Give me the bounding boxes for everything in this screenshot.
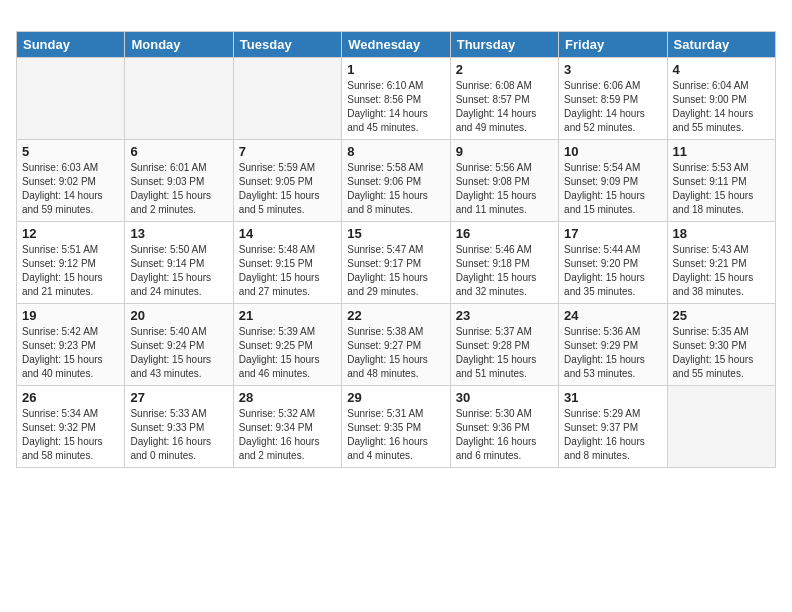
- calendar: SundayMondayTuesdayWednesdayThursdayFrid…: [16, 31, 776, 468]
- day-cell: 13Sunrise: 5:50 AM Sunset: 9:14 PM Dayli…: [125, 222, 233, 304]
- day-detail: Sunrise: 5:54 AM Sunset: 9:09 PM Dayligh…: [564, 161, 661, 217]
- day-cell: 18Sunrise: 5:43 AM Sunset: 9:21 PM Dayli…: [667, 222, 775, 304]
- day-number: 26: [22, 390, 119, 405]
- day-cell: 27Sunrise: 5:33 AM Sunset: 9:33 PM Dayli…: [125, 386, 233, 468]
- day-number: 4: [673, 62, 770, 77]
- day-cell: [125, 58, 233, 140]
- day-cell: 17Sunrise: 5:44 AM Sunset: 9:20 PM Dayli…: [559, 222, 667, 304]
- day-cell: 14Sunrise: 5:48 AM Sunset: 9:15 PM Dayli…: [233, 222, 341, 304]
- day-cell: [667, 386, 775, 468]
- day-number: 23: [456, 308, 553, 323]
- day-cell: 24Sunrise: 5:36 AM Sunset: 9:29 PM Dayli…: [559, 304, 667, 386]
- day-cell: 5Sunrise: 6:03 AM Sunset: 9:02 PM Daylig…: [17, 140, 125, 222]
- day-detail: Sunrise: 5:58 AM Sunset: 9:06 PM Dayligh…: [347, 161, 444, 217]
- page-header: [16, 16, 776, 21]
- day-cell: 25Sunrise: 5:35 AM Sunset: 9:30 PM Dayli…: [667, 304, 775, 386]
- day-number: 11: [673, 144, 770, 159]
- day-cell: 2Sunrise: 6:08 AM Sunset: 8:57 PM Daylig…: [450, 58, 558, 140]
- weekday-header-sunday: Sunday: [17, 32, 125, 58]
- day-detail: Sunrise: 5:35 AM Sunset: 9:30 PM Dayligh…: [673, 325, 770, 381]
- day-cell: [17, 58, 125, 140]
- day-detail: Sunrise: 5:42 AM Sunset: 9:23 PM Dayligh…: [22, 325, 119, 381]
- day-cell: 6Sunrise: 6:01 AM Sunset: 9:03 PM Daylig…: [125, 140, 233, 222]
- day-detail: Sunrise: 5:53 AM Sunset: 9:11 PM Dayligh…: [673, 161, 770, 217]
- day-number: 8: [347, 144, 444, 159]
- day-detail: Sunrise: 5:39 AM Sunset: 9:25 PM Dayligh…: [239, 325, 336, 381]
- day-cell: 23Sunrise: 5:37 AM Sunset: 9:28 PM Dayli…: [450, 304, 558, 386]
- day-number: 31: [564, 390, 661, 405]
- week-row-1: 1Sunrise: 6:10 AM Sunset: 8:56 PM Daylig…: [17, 58, 776, 140]
- day-number: 28: [239, 390, 336, 405]
- day-cell: 26Sunrise: 5:34 AM Sunset: 9:32 PM Dayli…: [17, 386, 125, 468]
- day-number: 7: [239, 144, 336, 159]
- day-cell: [233, 58, 341, 140]
- day-cell: 29Sunrise: 5:31 AM Sunset: 9:35 PM Dayli…: [342, 386, 450, 468]
- day-number: 30: [456, 390, 553, 405]
- day-detail: Sunrise: 5:56 AM Sunset: 9:08 PM Dayligh…: [456, 161, 553, 217]
- day-detail: Sunrise: 5:46 AM Sunset: 9:18 PM Dayligh…: [456, 243, 553, 299]
- day-number: 24: [564, 308, 661, 323]
- day-number: 5: [22, 144, 119, 159]
- day-number: 16: [456, 226, 553, 241]
- weekday-header-friday: Friday: [559, 32, 667, 58]
- weekday-header-tuesday: Tuesday: [233, 32, 341, 58]
- day-number: 13: [130, 226, 227, 241]
- day-number: 20: [130, 308, 227, 323]
- day-detail: Sunrise: 5:59 AM Sunset: 9:05 PM Dayligh…: [239, 161, 336, 217]
- day-detail: Sunrise: 5:33 AM Sunset: 9:33 PM Dayligh…: [130, 407, 227, 463]
- day-number: 17: [564, 226, 661, 241]
- day-detail: Sunrise: 6:04 AM Sunset: 9:00 PM Dayligh…: [673, 79, 770, 135]
- day-detail: Sunrise: 5:48 AM Sunset: 9:15 PM Dayligh…: [239, 243, 336, 299]
- day-number: 18: [673, 226, 770, 241]
- day-number: 21: [239, 308, 336, 323]
- day-detail: Sunrise: 5:47 AM Sunset: 9:17 PM Dayligh…: [347, 243, 444, 299]
- day-detail: Sunrise: 5:37 AM Sunset: 9:28 PM Dayligh…: [456, 325, 553, 381]
- week-row-4: 19Sunrise: 5:42 AM Sunset: 9:23 PM Dayli…: [17, 304, 776, 386]
- day-detail: Sunrise: 5:50 AM Sunset: 9:14 PM Dayligh…: [130, 243, 227, 299]
- day-detail: Sunrise: 6:03 AM Sunset: 9:02 PM Dayligh…: [22, 161, 119, 217]
- day-cell: 9Sunrise: 5:56 AM Sunset: 9:08 PM Daylig…: [450, 140, 558, 222]
- day-cell: 11Sunrise: 5:53 AM Sunset: 9:11 PM Dayli…: [667, 140, 775, 222]
- day-cell: 7Sunrise: 5:59 AM Sunset: 9:05 PM Daylig…: [233, 140, 341, 222]
- day-number: 22: [347, 308, 444, 323]
- day-number: 25: [673, 308, 770, 323]
- day-cell: 20Sunrise: 5:40 AM Sunset: 9:24 PM Dayli…: [125, 304, 233, 386]
- day-cell: 30Sunrise: 5:30 AM Sunset: 9:36 PM Dayli…: [450, 386, 558, 468]
- day-number: 6: [130, 144, 227, 159]
- day-detail: Sunrise: 5:43 AM Sunset: 9:21 PM Dayligh…: [673, 243, 770, 299]
- weekday-header-thursday: Thursday: [450, 32, 558, 58]
- day-number: 1: [347, 62, 444, 77]
- day-number: 9: [456, 144, 553, 159]
- day-cell: 19Sunrise: 5:42 AM Sunset: 9:23 PM Dayli…: [17, 304, 125, 386]
- day-detail: Sunrise: 5:29 AM Sunset: 9:37 PM Dayligh…: [564, 407, 661, 463]
- weekday-header-saturday: Saturday: [667, 32, 775, 58]
- day-detail: Sunrise: 5:30 AM Sunset: 9:36 PM Dayligh…: [456, 407, 553, 463]
- day-number: 12: [22, 226, 119, 241]
- day-detail: Sunrise: 5:40 AM Sunset: 9:24 PM Dayligh…: [130, 325, 227, 381]
- day-detail: Sunrise: 5:44 AM Sunset: 9:20 PM Dayligh…: [564, 243, 661, 299]
- day-detail: Sunrise: 5:31 AM Sunset: 9:35 PM Dayligh…: [347, 407, 444, 463]
- day-cell: 22Sunrise: 5:38 AM Sunset: 9:27 PM Dayli…: [342, 304, 450, 386]
- day-cell: 12Sunrise: 5:51 AM Sunset: 9:12 PM Dayli…: [17, 222, 125, 304]
- day-detail: Sunrise: 5:34 AM Sunset: 9:32 PM Dayligh…: [22, 407, 119, 463]
- day-number: 2: [456, 62, 553, 77]
- day-number: 29: [347, 390, 444, 405]
- weekday-header-wednesday: Wednesday: [342, 32, 450, 58]
- day-cell: 4Sunrise: 6:04 AM Sunset: 9:00 PM Daylig…: [667, 58, 775, 140]
- day-number: 19: [22, 308, 119, 323]
- weekday-header-monday: Monday: [125, 32, 233, 58]
- day-cell: 3Sunrise: 6:06 AM Sunset: 8:59 PM Daylig…: [559, 58, 667, 140]
- day-cell: 21Sunrise: 5:39 AM Sunset: 9:25 PM Dayli…: [233, 304, 341, 386]
- week-row-3: 12Sunrise: 5:51 AM Sunset: 9:12 PM Dayli…: [17, 222, 776, 304]
- week-row-5: 26Sunrise: 5:34 AM Sunset: 9:32 PM Dayli…: [17, 386, 776, 468]
- day-number: 14: [239, 226, 336, 241]
- day-cell: 1Sunrise: 6:10 AM Sunset: 8:56 PM Daylig…: [342, 58, 450, 140]
- day-detail: Sunrise: 6:10 AM Sunset: 8:56 PM Dayligh…: [347, 79, 444, 135]
- day-number: 3: [564, 62, 661, 77]
- day-cell: 31Sunrise: 5:29 AM Sunset: 9:37 PM Dayli…: [559, 386, 667, 468]
- weekday-header-row: SundayMondayTuesdayWednesdayThursdayFrid…: [17, 32, 776, 58]
- day-cell: 16Sunrise: 5:46 AM Sunset: 9:18 PM Dayli…: [450, 222, 558, 304]
- day-detail: Sunrise: 5:38 AM Sunset: 9:27 PM Dayligh…: [347, 325, 444, 381]
- day-number: 15: [347, 226, 444, 241]
- day-cell: 8Sunrise: 5:58 AM Sunset: 9:06 PM Daylig…: [342, 140, 450, 222]
